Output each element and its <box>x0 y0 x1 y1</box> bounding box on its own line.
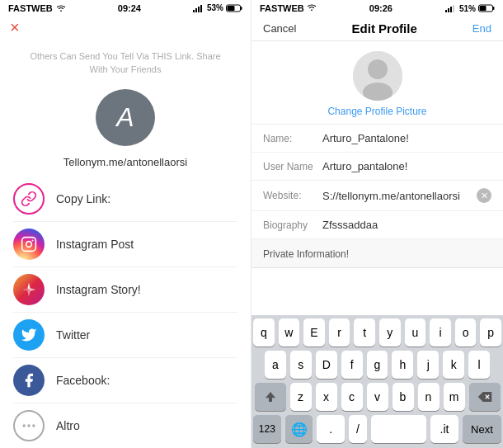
share-item-instagram[interactable]: Instagram Post <box>13 222 237 267</box>
right-status-right: 51% <box>445 4 495 13</box>
dot-key[interactable]: . <box>317 415 345 443</box>
svg-point-11 <box>27 424 30 427</box>
it-key[interactable]: .it <box>430 415 458 443</box>
svg-rect-19 <box>480 6 487 11</box>
key-y[interactable]: y <box>379 318 401 347</box>
right-time: 09:26 <box>369 3 393 13</box>
name-value[interactable]: Arturo_Pantalone! <box>322 132 491 144</box>
website-value[interactable]: S://tellonym.me/antonellaorsi <box>322 190 477 202</box>
key-p[interactable]: p <box>480 318 501 347</box>
profile-link: Tellonym.me/antonellaorsi <box>63 156 187 168</box>
share-item-altro[interactable]: Altro <box>13 403 237 448</box>
key-m[interactable]: m <box>444 383 465 411</box>
profile-picture[interactable] <box>353 51 402 101</box>
right-carrier: FASTWEB <box>260 3 317 13</box>
twitter-label: Twitter <box>56 328 90 342</box>
change-pic-label[interactable]: Change Profile Picture <box>327 106 426 117</box>
key-i[interactable]: i <box>430 318 451 347</box>
twitter-icon <box>13 319 45 351</box>
key-q[interactable]: q <box>253 318 275 347</box>
website-label: Website: <box>263 190 322 201</box>
wifi-icon <box>56 4 66 12</box>
key-n[interactable]: n <box>418 383 440 411</box>
share-item-instagram-story[interactable]: Instagram Story! <box>13 267 237 313</box>
copy-link-label: Copy Link: <box>56 192 110 205</box>
key-l[interactable]: l <box>468 351 490 379</box>
website-clear-button[interactable]: ✕ <box>477 188 491 203</box>
keyboard-row-1: q w E r t y u i o p <box>253 318 501 347</box>
key-h[interactable]: h <box>392 351 413 379</box>
space-key[interactable] <box>371 415 426 443</box>
left-status-right: 53% <box>193 3 242 12</box>
left-time: 09:24 <box>118 3 141 13</box>
globe-key[interactable]: 🌐 <box>285 415 313 443</box>
key-a[interactable]: a <box>265 351 286 379</box>
key-o[interactable]: o <box>455 318 477 347</box>
right-battery-icon <box>478 4 495 12</box>
key-e[interactable]: E <box>303 318 325 347</box>
right-carrier-text: FASTWEB <box>260 3 304 13</box>
num-key[interactable]: 123 <box>253 415 281 443</box>
biography-field-row: Biography Zfsssaddaa <box>252 211 503 239</box>
key-b[interactable]: b <box>393 383 414 411</box>
key-z[interactable]: z <box>290 383 312 411</box>
keyboard-row-2: a s D f g h j k l <box>253 351 501 379</box>
svg-point-9 <box>32 239 34 241</box>
key-f[interactable]: f <box>341 351 363 379</box>
key-v[interactable]: v <box>367 383 388 411</box>
profile-form: Name: Arturo_Pantalone! User Name Arturo… <box>252 125 503 315</box>
battery-icon <box>226 4 242 12</box>
cancel-button[interactable]: Cancel <box>263 22 296 35</box>
private-info-label: Private Information! <box>263 248 349 260</box>
key-s[interactable]: s <box>290 351 312 379</box>
share-panel: FASTWEB 09:24 53% × Others Can Sen <box>0 0 252 448</box>
biography-value[interactable]: Zfsssaddaa <box>322 219 491 231</box>
edit-profile-panel: FASTWEB 09:26 51% Cancel Edi <box>252 0 503 448</box>
svg-point-21 <box>368 59 388 79</box>
key-u[interactable]: u <box>405 318 426 347</box>
svg-rect-7 <box>22 238 36 252</box>
key-k[interactable]: k <box>443 351 464 379</box>
share-item-copy[interactable]: Copy Link: <box>13 177 237 222</box>
key-t[interactable]: t <box>354 318 375 347</box>
key-j[interactable]: j <box>417 351 439 379</box>
backspace-key[interactable] <box>469 383 501 411</box>
svg-rect-13 <box>445 10 447 12</box>
left-carrier: FASTWEB <box>8 3 66 13</box>
profile-picture-section: Change Profile Picture <box>252 41 503 125</box>
battery-text: 53% <box>207 3 223 12</box>
key-d[interactable]: D <box>316 351 337 379</box>
share-list: Copy Link: Instagram Post <box>0 177 251 448</box>
svg-rect-18 <box>493 7 495 10</box>
svg-rect-5 <box>241 7 242 10</box>
avatar: A <box>96 89 155 146</box>
key-g[interactable]: g <box>367 351 388 379</box>
svg-rect-1 <box>195 8 197 12</box>
key-r[interactable]: r <box>329 318 350 347</box>
page-title: Edit Profile <box>352 21 417 35</box>
keyboard: q w E r t y u i o p a s D f g h j k l <box>252 315 503 448</box>
copy-icon <box>13 183 45 215</box>
share-item-facebook[interactable]: Facebook: <box>13 358 237 403</box>
close-button[interactable]: × <box>10 18 20 37</box>
done-button[interactable]: End <box>472 22 491 35</box>
name-label: Name: <box>263 133 322 144</box>
facebook-label: Facebook: <box>56 374 110 387</box>
username-value[interactable]: Arturo_pantalone! <box>322 160 491 172</box>
username-field-row: User Name Arturo_pantalone! <box>252 153 503 181</box>
facebook-icon <box>13 365 45 396</box>
key-x[interactable]: x <box>316 383 337 411</box>
slash-key[interactable]: / <box>349 415 367 443</box>
svg-rect-6 <box>228 6 235 11</box>
share-hint-text: Others Can Send You Tell Via THIS Link. … <box>0 50 251 76</box>
key-c[interactable]: c <box>341 383 363 411</box>
svg-rect-3 <box>200 5 202 12</box>
next-key[interactable]: Next <box>463 415 501 443</box>
share-item-twitter[interactable]: Twitter <box>13 313 237 358</box>
instagram-icon <box>13 229 45 260</box>
more-icon <box>13 410 45 441</box>
shift-key[interactable] <box>255 383 286 411</box>
instagram-story-icon <box>13 274 45 305</box>
right-battery-text: 51% <box>459 4 476 13</box>
key-w[interactable]: w <box>279 318 300 347</box>
